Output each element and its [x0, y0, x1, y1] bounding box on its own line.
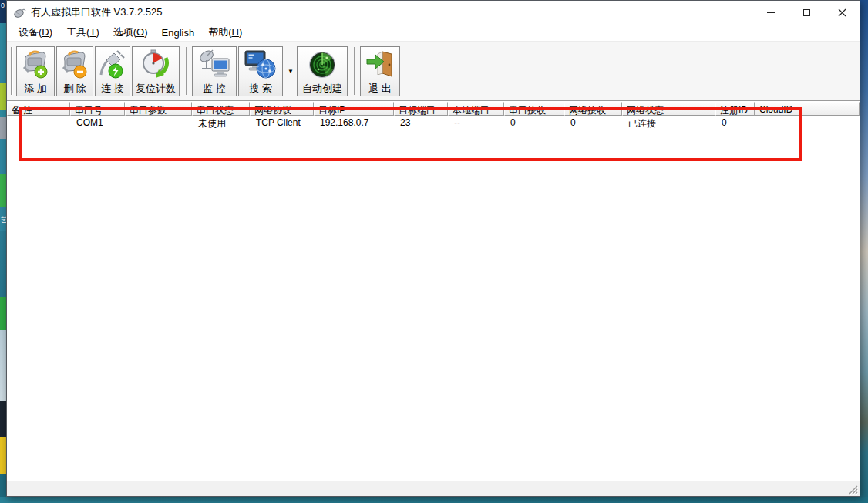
column-header-net-protocol[interactable]: 网络协议 [250, 102, 314, 116]
menu-help[interactable]: 帮助(H) [201, 24, 249, 41]
monitor-button[interactable]: 监 控 [192, 46, 237, 96]
desktop-icon-fragment [0, 401, 6, 437]
cell-net-status: 已连接 [622, 116, 715, 129]
desktop-icon-fragment [0, 437, 6, 474]
menu-tools[interactable]: 工具(T) [59, 24, 106, 41]
delete-device-icon [59, 47, 91, 83]
cell-register-id: 0 [715, 116, 755, 129]
desktop-label-fragment: 0 [1, 2, 5, 9]
menu-device[interactable]: 设备(D) [12, 24, 59, 41]
table-row[interactable]: COM1 未使用 TCP Client 192.168.0.7 23 -- 0 … [7, 116, 860, 129]
menu-options[interactable]: 选项(O) [106, 24, 155, 41]
exit-button[interactable]: 退 出 [360, 46, 400, 96]
desktop: 0 艺 有人虚拟串口软件 V3.7.2.525 [0, 0, 868, 503]
exit-icon [364, 47, 396, 83]
list-header-row: 备 注 串口号 串口参数 串口状态 网络协议 目标IP 目标端口 本地端口 串口… [7, 102, 860, 116]
column-header-remark[interactable]: 备 注 [7, 102, 70, 116]
column-header-serial-rx[interactable]: 串口接收 [504, 102, 564, 116]
toolbar: 添 加 删 除 [7, 42, 860, 101]
column-header-com-port[interactable]: 串口号 [70, 102, 125, 116]
column-header-net-rx[interactable]: 网络接收 [564, 102, 622, 116]
desktop-icon-fragment [0, 83, 6, 110]
column-header-net-status[interactable]: 网络状态 [622, 102, 715, 116]
add-button[interactable]: 添 加 [16, 46, 55, 96]
column-header-register-id[interactable]: 注册ID [715, 102, 755, 116]
desktop-bottom-sliver [0, 497, 868, 503]
connect-icon [97, 47, 128, 83]
close-button[interactable] [824, 1, 860, 24]
desktop-icon-fragment [0, 117, 6, 139]
cell-target-port: 23 [394, 116, 448, 129]
desktop-icon-fragment [0, 297, 6, 330]
toolbar-grip[interactable] [11, 47, 13, 95]
monitor-icon [197, 47, 231, 83]
cell-local-port: -- [448, 116, 504, 129]
desktop-left-sliver: 0 艺 [0, 0, 6, 503]
desktop-label-fragment: 艺 [1, 217, 6, 224]
desktop-icon-fragment [0, 174, 6, 207]
cell-net-protocol: TCP Client [250, 116, 314, 129]
column-header-serial-params[interactable]: 串口参数 [125, 102, 192, 116]
reset-counter-icon [138, 47, 173, 83]
cell-net-rx: 0 [564, 116, 622, 129]
cell-serial-rx: 0 [504, 116, 564, 129]
search-icon [244, 47, 278, 83]
minimize-button[interactable] [753, 1, 789, 24]
maximize-button[interactable] [789, 1, 824, 24]
window-controls [753, 1, 860, 24]
menu-english[interactable]: English [155, 25, 202, 40]
toolbar-separator [186, 47, 187, 95]
column-header-cloudid[interactable]: CloudID [755, 102, 860, 116]
connect-button[interactable]: 连 接 [95, 46, 130, 96]
resize-grip-icon[interactable] [848, 484, 858, 495]
cell-com-port: COM1 [70, 116, 125, 129]
cell-target-ip: 192.168.0.7 [314, 116, 394, 129]
toolbar-separator [354, 47, 355, 95]
column-header-target-ip[interactable]: 目标IP [314, 102, 394, 116]
cell-serial-status: 未使用 [192, 116, 250, 129]
search-dropdown-button[interactable]: ▼ [284, 68, 297, 75]
close-icon [838, 8, 846, 17]
title-bar: 有人虚拟串口软件 V3.7.2.525 [7, 1, 860, 24]
minimize-icon [767, 12, 775, 13]
auto-create-button[interactable]: 自动创建 [297, 46, 348, 96]
search-dropdown-icon: ▼ [288, 68, 294, 75]
search-button[interactable]: 搜 索 [238, 46, 283, 96]
auto-create-icon [305, 47, 339, 83]
device-list: 备 注 串口号 串口参数 串口状态 网络协议 目标IP 目标端口 本地端口 串口… [7, 101, 860, 481]
status-bar [7, 481, 860, 496]
app-window: 有人虚拟串口软件 V3.7.2.525 设备(D) 工具(T) 选项(O) En… [6, 0, 860, 497]
window-title: 有人虚拟串口软件 V3.7.2.525 [31, 5, 753, 19]
cell-serial-params [125, 116, 192, 129]
column-header-target-port[interactable]: 目标端口 [394, 102, 448, 116]
delete-button[interactable]: 删 除 [56, 46, 93, 96]
column-header-serial-status[interactable]: 串口状态 [192, 102, 250, 116]
reset-counter-button[interactable]: 复位计数 [132, 46, 180, 96]
column-header-local-port[interactable]: 本地端口 [448, 102, 504, 116]
add-device-icon [19, 47, 52, 83]
app-icon [13, 6, 26, 19]
cell-cloudid [755, 116, 860, 129]
cell-remark [7, 116, 70, 129]
maximize-icon [803, 9, 810, 16]
desktop-right-sliver [860, 0, 868, 503]
menu-bar: 设备(D) 工具(T) 选项(O) English 帮助(H) [7, 24, 860, 42]
